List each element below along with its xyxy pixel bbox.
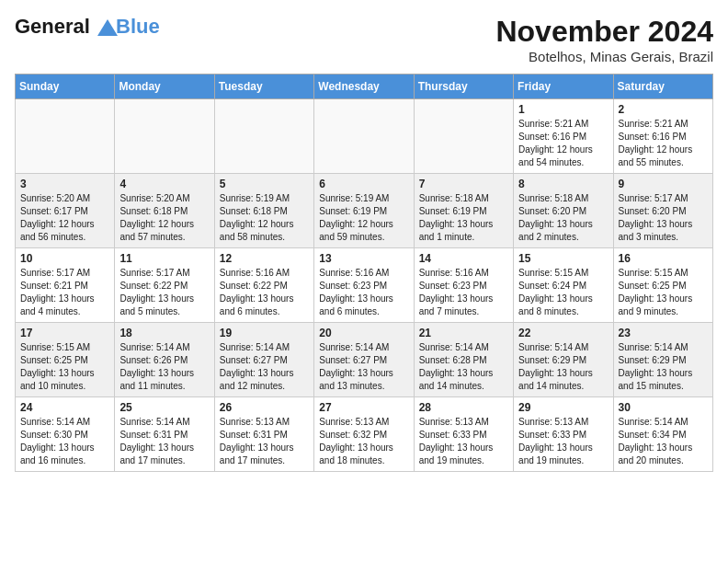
day-number: 20 bbox=[319, 327, 408, 339]
day-number: 3 bbox=[20, 178, 109, 190]
day-info: Sunrise: 5:15 AMSunset: 6:25 PMDaylight:… bbox=[20, 341, 109, 393]
logo-blue: Blue bbox=[116, 15, 160, 39]
day-number: 28 bbox=[419, 401, 508, 414]
day-number: 1 bbox=[518, 103, 608, 116]
day-info: Sunrise: 5:20 AMSunset: 6:17 PMDaylight:… bbox=[20, 192, 109, 244]
day-number: 11 bbox=[119, 252, 209, 265]
day-info: Sunrise: 5:19 AMSunset: 6:18 PMDaylight:… bbox=[220, 192, 309, 244]
day-info: Sunrise: 5:15 AMSunset: 6:24 PMDaylight:… bbox=[518, 267, 608, 318]
header-row: Sunday Monday Tuesday Wednesday Thursday… bbox=[16, 75, 713, 99]
calendar-cell: 28Sunrise: 5:13 AMSunset: 6:33 PMDayligh… bbox=[414, 397, 513, 472]
calendar-cell: 6Sunrise: 5:19 AMSunset: 6:19 PMDaylight… bbox=[314, 174, 414, 248]
day-number: 23 bbox=[619, 327, 708, 339]
calendar-cell: 11Sunrise: 5:17 AMSunset: 6:22 PMDayligh… bbox=[115, 248, 214, 323]
day-number: 14 bbox=[419, 252, 508, 265]
day-info: Sunrise: 5:17 AMSunset: 6:21 PMDaylight:… bbox=[20, 267, 109, 318]
page-header: General Blue November 2024 Botelhos, Min… bbox=[15, 15, 713, 64]
day-info: Sunrise: 5:14 AMSunset: 6:28 PMDaylight:… bbox=[419, 341, 508, 393]
calendar-week-5: 24Sunrise: 5:14 AMSunset: 6:30 PMDayligh… bbox=[16, 397, 713, 472]
calendar-cell: 8Sunrise: 5:18 AMSunset: 6:20 PMDaylight… bbox=[514, 174, 613, 248]
calendar-cell bbox=[214, 99, 313, 174]
calendar-cell: 15Sunrise: 5:15 AMSunset: 6:24 PMDayligh… bbox=[514, 248, 613, 323]
day-number: 9 bbox=[619, 178, 708, 190]
day-info: Sunrise: 5:17 AMSunset: 6:20 PMDaylight:… bbox=[619, 192, 708, 244]
calendar-cell: 19Sunrise: 5:14 AMSunset: 6:27 PMDayligh… bbox=[214, 323, 313, 397]
day-number: 5 bbox=[220, 178, 309, 190]
calendar-week-3: 10Sunrise: 5:17 AMSunset: 6:21 PMDayligh… bbox=[16, 248, 713, 323]
logo-general: General bbox=[15, 15, 90, 38]
header-thursday: Thursday bbox=[414, 75, 513, 99]
day-info: Sunrise: 5:13 AMSunset: 6:32 PMDaylight:… bbox=[319, 416, 408, 467]
day-number: 15 bbox=[518, 252, 608, 265]
logo: General Blue bbox=[15, 15, 160, 39]
calendar-cell bbox=[314, 99, 414, 174]
day-info: Sunrise: 5:21 AMSunset: 6:16 PMDaylight:… bbox=[518, 118, 608, 169]
calendar-cell: 18Sunrise: 5:14 AMSunset: 6:26 PMDayligh… bbox=[115, 323, 214, 397]
calendar-cell: 16Sunrise: 5:15 AMSunset: 6:25 PMDayligh… bbox=[613, 248, 712, 323]
calendar-cell: 30Sunrise: 5:14 AMSunset: 6:34 PMDayligh… bbox=[613, 397, 712, 472]
calendar-cell: 12Sunrise: 5:16 AMSunset: 6:22 PMDayligh… bbox=[214, 248, 313, 323]
calendar-cell: 9Sunrise: 5:17 AMSunset: 6:20 PMDaylight… bbox=[613, 174, 712, 248]
day-info: Sunrise: 5:21 AMSunset: 6:16 PMDaylight:… bbox=[619, 118, 708, 169]
day-number: 17 bbox=[20, 327, 109, 339]
day-info: Sunrise: 5:14 AMSunset: 6:29 PMDaylight:… bbox=[619, 341, 708, 393]
day-info: Sunrise: 5:14 AMSunset: 6:27 PMDaylight:… bbox=[319, 341, 408, 393]
calendar-cell: 7Sunrise: 5:18 AMSunset: 6:19 PMDaylight… bbox=[414, 174, 513, 248]
day-number: 19 bbox=[220, 327, 309, 339]
day-info: Sunrise: 5:14 AMSunset: 6:27 PMDaylight:… bbox=[220, 341, 309, 393]
day-number: 4 bbox=[119, 178, 209, 190]
day-number: 26 bbox=[220, 401, 309, 414]
day-info: Sunrise: 5:14 AMSunset: 6:29 PMDaylight:… bbox=[518, 341, 608, 393]
day-info: Sunrise: 5:13 AMSunset: 6:33 PMDaylight:… bbox=[518, 416, 608, 467]
day-number: 12 bbox=[220, 252, 309, 265]
calendar-table: Sunday Monday Tuesday Wednesday Thursday… bbox=[15, 74, 713, 472]
day-info: Sunrise: 5:16 AMSunset: 6:23 PMDaylight:… bbox=[319, 267, 408, 318]
day-info: Sunrise: 5:17 AMSunset: 6:22 PMDaylight:… bbox=[119, 267, 209, 318]
calendar-cell: 5Sunrise: 5:19 AMSunset: 6:18 PMDaylight… bbox=[214, 174, 313, 248]
day-number: 6 bbox=[319, 178, 408, 190]
svg-marker-0 bbox=[97, 19, 118, 36]
calendar-cell: 4Sunrise: 5:20 AMSunset: 6:18 PMDaylight… bbox=[115, 174, 214, 248]
calendar-cell bbox=[115, 99, 214, 174]
calendar-cell: 21Sunrise: 5:14 AMSunset: 6:28 PMDayligh… bbox=[414, 323, 513, 397]
day-info: Sunrise: 5:18 AMSunset: 6:20 PMDaylight:… bbox=[518, 192, 608, 244]
calendar-cell: 26Sunrise: 5:13 AMSunset: 6:31 PMDayligh… bbox=[214, 397, 313, 472]
day-number: 25 bbox=[119, 401, 209, 414]
calendar-cell: 24Sunrise: 5:14 AMSunset: 6:30 PMDayligh… bbox=[16, 397, 115, 472]
calendar-cell: 13Sunrise: 5:16 AMSunset: 6:23 PMDayligh… bbox=[314, 248, 414, 323]
calendar-cell: 3Sunrise: 5:20 AMSunset: 6:17 PMDaylight… bbox=[16, 174, 115, 248]
calendar-cell: 25Sunrise: 5:14 AMSunset: 6:31 PMDayligh… bbox=[115, 397, 214, 472]
day-number: 21 bbox=[419, 327, 508, 339]
calendar-cell bbox=[414, 99, 513, 174]
day-info: Sunrise: 5:16 AMSunset: 6:22 PMDaylight:… bbox=[220, 267, 309, 318]
calendar-cell: 20Sunrise: 5:14 AMSunset: 6:27 PMDayligh… bbox=[314, 323, 414, 397]
title-block: November 2024 Botelhos, Minas Gerais, Br… bbox=[495, 15, 713, 64]
day-number: 22 bbox=[518, 327, 608, 339]
header-friday: Friday bbox=[514, 75, 613, 99]
day-info: Sunrise: 5:20 AMSunset: 6:18 PMDaylight:… bbox=[119, 192, 209, 244]
calendar-week-1: 1Sunrise: 5:21 AMSunset: 6:16 PMDaylight… bbox=[16, 99, 713, 174]
day-number: 8 bbox=[518, 178, 608, 190]
day-info: Sunrise: 5:18 AMSunset: 6:19 PMDaylight:… bbox=[419, 192, 508, 244]
day-number: 13 bbox=[319, 252, 408, 265]
header-saturday: Saturday bbox=[613, 75, 712, 99]
calendar-cell: 27Sunrise: 5:13 AMSunset: 6:32 PMDayligh… bbox=[314, 397, 414, 472]
calendar-cell: 23Sunrise: 5:14 AMSunset: 6:29 PMDayligh… bbox=[613, 323, 712, 397]
day-number: 7 bbox=[419, 178, 508, 190]
header-wednesday: Wednesday bbox=[314, 75, 414, 99]
location: Botelhos, Minas Gerais, Brazil bbox=[495, 49, 713, 64]
calendar-cell: 22Sunrise: 5:14 AMSunset: 6:29 PMDayligh… bbox=[514, 323, 613, 397]
day-number: 16 bbox=[619, 252, 708, 265]
calendar-cell: 10Sunrise: 5:17 AMSunset: 6:21 PMDayligh… bbox=[16, 248, 115, 323]
day-info: Sunrise: 5:15 AMSunset: 6:25 PMDaylight:… bbox=[619, 267, 708, 318]
month-title: November 2024 bbox=[495, 15, 713, 49]
day-number: 24 bbox=[20, 401, 109, 414]
calendar-week-2: 3Sunrise: 5:20 AMSunset: 6:17 PMDaylight… bbox=[16, 174, 713, 248]
header-tuesday: Tuesday bbox=[214, 75, 313, 99]
day-info: Sunrise: 5:14 AMSunset: 6:30 PMDaylight:… bbox=[20, 416, 109, 467]
day-info: Sunrise: 5:14 AMSunset: 6:34 PMDaylight:… bbox=[619, 416, 708, 467]
day-number: 18 bbox=[119, 327, 209, 339]
header-monday: Monday bbox=[115, 75, 214, 99]
day-number: 27 bbox=[319, 401, 408, 414]
header-sunday: Sunday bbox=[16, 75, 115, 99]
